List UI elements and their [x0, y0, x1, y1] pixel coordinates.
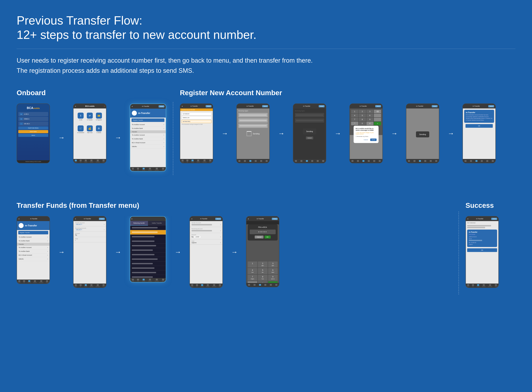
nav7-i[interactable]: [357, 160, 359, 162]
nav6-c[interactable]: [317, 160, 319, 162]
navbar-info-3[interactable]: Info: [137, 168, 139, 171]
key-3[interactable]: 3: [366, 110, 374, 113]
bca-menu-mbca[interactable]: m m-BCA: [18, 112, 48, 116]
nav6-t[interactable]: [306, 160, 308, 162]
menu-bca-virtual[interactable]: BCA Virtual Account ›: [130, 141, 166, 145]
t1-another-bank-2[interactable]: To Another Bank ›: [17, 249, 50, 253]
register-input-3[interactable]: 8075097952|: [181, 120, 211, 123]
t2-send[interactable]: Send: [99, 218, 105, 220]
t5-key-6[interactable]: 6MNO: [268, 268, 278, 274]
nav6-a[interactable]: [322, 160, 324, 162]
nav4-payment[interactable]: Payment: [197, 160, 200, 163]
nt1-i[interactable]: Info: [23, 280, 25, 283]
navbar-commerce-3[interactable]: Commerce: [155, 168, 159, 171]
nt5-t[interactable]: [259, 284, 261, 286]
register-input-1[interactable]: 027088025: [181, 112, 211, 115]
nav6-i[interactable]: [300, 160, 302, 162]
t2-note-value[interactable]: ›: [75, 239, 104, 241]
t5-send[interactable]: Send: [272, 218, 278, 220]
nav5-payment[interactable]: [255, 160, 257, 162]
nt4-t[interactable]: Transfer: [200, 284, 204, 287]
nav7-a[interactable]: [379, 160, 381, 162]
register-transfer-btn[interactable]: Register Transfer: [132, 118, 164, 122]
navbar-payment-3[interactable]: Payment: [148, 168, 152, 171]
nav8-t[interactable]: [419, 160, 421, 162]
nav7-t[interactable]: [362, 160, 364, 162]
bca-menu-info[interactable]: i Info BCA: [18, 121, 48, 126]
t5-key-3[interactable]: 3DEF: [268, 261, 278, 267]
nav5-commerce[interactable]: [260, 160, 262, 162]
mbca-icon-admin[interactable]: ⚙ m-Admin: [95, 125, 103, 133]
nt4-a[interactable]: Admin: [219, 284, 221, 287]
t1-sakuku[interactable]: Sakuku ›: [17, 257, 50, 261]
nt3-p[interactable]: Payment: [148, 279, 152, 281]
rs-ok-btn[interactable]: OK: [466, 124, 493, 128]
mbca-icon-transfer[interactable]: ⇄ m-Transfer: [86, 113, 94, 120]
t3-tab-rekening[interactable]: Rekening Sendiri: [130, 221, 148, 226]
navbar-payment[interactable]: Payment: [90, 160, 93, 163]
nt3-a[interactable]: Admin: [162, 279, 164, 281]
t3-item-60[interactable]: [130, 257, 166, 261]
recv-type-1[interactable]: [238, 113, 268, 117]
nav8-h[interactable]: [408, 160, 410, 162]
t2-receiving-value[interactable]: - SELECT - ›: [75, 229, 104, 231]
key-6[interactable]: 6: [366, 114, 374, 117]
nt2-i[interactable]: Info: [80, 284, 82, 287]
navbar-home-3[interactable]: Home: [132, 168, 134, 171]
navbar-commerce[interactable]: Commerce: [96, 160, 100, 163]
reg-send-btn[interactable]: Send: [206, 105, 211, 107]
menu-another-account-2[interactable]: To Another Account ›: [130, 133, 166, 137]
recv-send-btn[interactable]: Send: [262, 105, 268, 107]
t5-key-9[interactable]: 9WXYZ: [268, 275, 278, 281]
nt3-i[interactable]: Info: [137, 279, 139, 281]
nt2-h[interactable]: Home: [75, 284, 77, 287]
key-0[interactable]: 0: [359, 122, 366, 125]
t5-key-5[interactable]: 5JKL: [258, 268, 267, 274]
nf-i[interactable]: Info: [472, 284, 474, 287]
nav8-a[interactable]: [435, 160, 437, 162]
nav8-p[interactable]: [424, 160, 426, 162]
t3-item-05[interactable]: [130, 239, 166, 243]
nav7-c[interactable]: [373, 160, 375, 162]
nt1-a[interactable]: Admin: [46, 280, 48, 283]
nav7-h[interactable]: [352, 160, 353, 162]
bca-btn-kode-akses[interactable]: Ganti Kode Akses: [18, 126, 48, 130]
t5-key-2[interactable]: 2ABC: [258, 261, 267, 267]
nf-h[interactable]: Home: [467, 284, 469, 287]
register-input-2[interactable]: 088831139: [181, 116, 211, 119]
t3-item-new81[interactable]: [130, 230, 166, 234]
nav6-p[interactable]: [311, 160, 313, 162]
key-del[interactable]: ⌫: [374, 110, 381, 113]
nav9-c[interactable]: [486, 160, 488, 162]
t3-item-03[interactable]: [130, 252, 166, 257]
t5-key-7[interactable]: 7PQRS: [248, 275, 257, 281]
nav5-info[interactable]: [244, 160, 246, 162]
nt5-p[interactable]: [264, 284, 266, 286]
nav9-a[interactable]: [492, 160, 494, 162]
recv-type-3[interactable]: [238, 124, 268, 128]
t1-another-account-2[interactable]: To Another Account ›: [17, 246, 50, 249]
nt4-i[interactable]: Info: [196, 284, 198, 287]
t5-key-8[interactable]: 8TUV: [258, 275, 267, 281]
nt1-p[interactable]: Payment: [33, 280, 37, 283]
key-4[interactable]: 4: [351, 114, 358, 117]
t3-tab-daftar[interactable]: Daftar Transfer: [148, 221, 166, 226]
t1-register-btn[interactable]: Register Transfer: [18, 231, 48, 234]
nt1-h[interactable]: Home: [18, 280, 20, 283]
nav8-c[interactable]: [430, 160, 432, 162]
t1-bca-virtual[interactable]: BCA Virtual Account ›: [17, 253, 50, 257]
sms-send-btn[interactable]: Send: [375, 105, 381, 107]
fs-send-btn[interactable]: Send: [432, 105, 437, 107]
t2-amount-value[interactable]: Rp: [75, 234, 104, 236]
nt2-c[interactable]: Commerce: [96, 284, 100, 287]
nf-a[interactable]: Admin: [495, 284, 497, 287]
nt4-p[interactable]: Payment: [206, 284, 210, 287]
recv-type-2[interactable]: [238, 118, 268, 123]
t4-send[interactable]: Send: [215, 218, 221, 220]
nt2-a[interactable]: Admin: [102, 284, 105, 287]
sms-send-btn-dialog[interactable]: SEND: [370, 139, 377, 141]
nav5-home[interactable]: [238, 160, 240, 162]
nt4-h[interactable]: Home: [191, 284, 193, 287]
t4-sender-value[interactable]: ›: [191, 224, 221, 226]
nav9-p[interactable]: [481, 160, 483, 162]
